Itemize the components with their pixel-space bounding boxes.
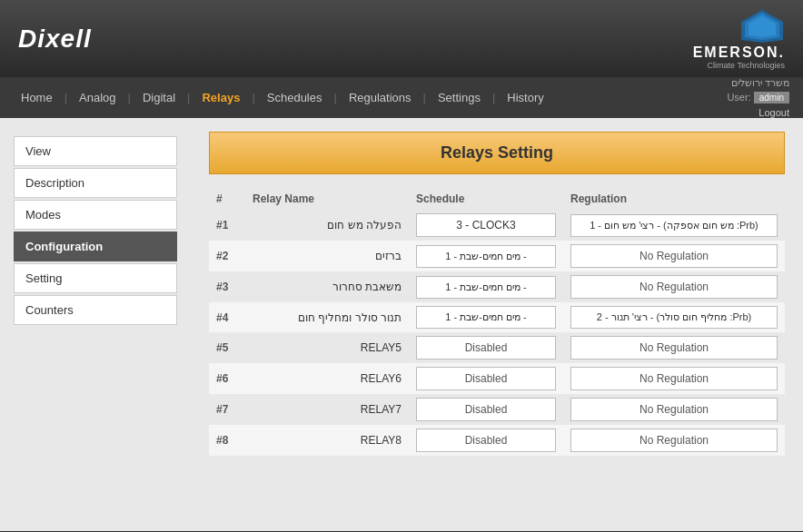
relay-table: # Relay Name Schedule Regulation #1הפעלה… xyxy=(209,188,785,456)
relay-schedule[interactable]: Disabled xyxy=(409,363,563,394)
main-area: View Description Modes Configuration Set… xyxy=(0,118,803,531)
table-row: #2ברזים1 - מים חמים-שבת -No Regulation xyxy=(209,241,785,271)
col-header-regulation: Regulation xyxy=(563,188,785,210)
emerson-logo: EMERSON. Climate Technologies xyxy=(693,8,785,70)
sidebar-item-configuration[interactable]: Configuration xyxy=(14,232,177,261)
relay-name: RELAY6 xyxy=(245,363,409,394)
nav-regulations[interactable]: Regulations xyxy=(342,87,419,108)
relay-schedule[interactable]: Disabled xyxy=(409,425,563,456)
relay-regulation[interactable]: No Regulation xyxy=(563,332,785,363)
relay-name: משאבת סחרור xyxy=(245,271,409,302)
navigation: Home | Analog | Digital | Relays | Sched… xyxy=(0,77,803,118)
page-title: Relays Setting xyxy=(209,132,785,174)
dixell-logo: Dixell xyxy=(18,25,92,54)
relay-regulation[interactable]: No Regulation xyxy=(563,425,785,456)
nav-history[interactable]: History xyxy=(500,87,550,108)
nav-digital[interactable]: Digital xyxy=(135,87,183,108)
relay-regulation[interactable]: 2 - רצי' תנור - (מחליף חום סולר :Prb) xyxy=(563,302,785,332)
relay-name: RELAY7 xyxy=(245,394,409,425)
logout-link[interactable]: Logout xyxy=(758,107,789,118)
relay-regulation[interactable]: No Regulation xyxy=(563,394,785,425)
table-row: #7RELAY7DisabledNo Regulation xyxy=(209,394,785,425)
sidebar: View Description Modes Configuration Set… xyxy=(0,118,191,531)
table-row: #5RELAY5DisabledNo Regulation xyxy=(209,332,785,363)
relay-number: #4 xyxy=(209,302,245,332)
relay-number: #7 xyxy=(209,394,245,425)
nav-user-info: משרד ירושלים User: admin Logout xyxy=(727,75,789,121)
relay-schedule[interactable]: 1 - מים חמים-שבת - xyxy=(409,241,563,271)
emerson-name: EMERSON. xyxy=(693,44,785,61)
col-header-relay-name: Relay Name xyxy=(245,188,409,210)
col-header-number: # xyxy=(209,188,245,210)
relay-name: ברזים xyxy=(245,241,409,271)
emerson-sub: Climate Technologies xyxy=(693,61,785,70)
relay-name: RELAY8 xyxy=(245,425,409,456)
nav-links: Home | Analog | Digital | Relays | Sched… xyxy=(14,87,551,108)
nav-schedules[interactable]: Schedules xyxy=(260,87,330,108)
nav-relays[interactable]: Relays xyxy=(194,87,247,108)
sidebar-item-view[interactable]: View xyxy=(14,136,177,166)
relay-regulation[interactable]: No Regulation xyxy=(563,241,785,271)
relay-regulation[interactable]: No Regulation xyxy=(563,271,785,302)
table-row: #1הפעלה מש חום3 - CLOCK31 - רצי' מש חום … xyxy=(209,210,785,241)
relay-number: #8 xyxy=(209,425,245,456)
emerson-emblem-icon xyxy=(739,8,785,44)
table-row: #8RELAY8DisabledNo Regulation xyxy=(209,425,785,456)
relay-number: #2 xyxy=(209,241,245,271)
relay-schedule[interactable]: 1 - מים חמים-שבת - xyxy=(409,302,563,332)
relay-name: הפעלה מש חום xyxy=(245,210,409,241)
nav-settings[interactable]: Settings xyxy=(431,87,488,108)
sidebar-item-description[interactable]: Description xyxy=(14,168,177,198)
relay-number: #6 xyxy=(209,363,245,394)
table-row: #3משאבת סחרור1 - מים חמים-שבת -No Regula… xyxy=(209,271,785,302)
relay-number: #3 xyxy=(209,271,245,302)
nav-analog[interactable]: Analog xyxy=(72,87,123,108)
relay-regulation[interactable]: 1 - רצי' מש חום - (מש חום אספקה :Prb) xyxy=(563,210,785,241)
relay-regulation[interactable]: No Regulation xyxy=(563,363,785,394)
user-label: User: admin xyxy=(727,90,789,105)
sidebar-item-modes[interactable]: Modes xyxy=(14,200,177,230)
relay-number: #1 xyxy=(209,210,245,241)
table-row: #4תנור סולר ומחליף חום1 - מים חמים-שבת -… xyxy=(209,302,785,332)
header: Dixell EMERSON. Climate Technologies xyxy=(0,0,803,77)
relay-name: תנור סולר ומחליף חום xyxy=(245,302,409,332)
username: admin xyxy=(754,92,789,103)
relay-schedule[interactable]: Disabled xyxy=(409,394,563,425)
content-area: Relays Setting # Relay Name Schedule Reg… xyxy=(191,118,803,531)
sidebar-item-setting[interactable]: Setting xyxy=(14,263,177,293)
relay-schedule[interactable]: Disabled xyxy=(409,332,563,363)
nav-home[interactable]: Home xyxy=(14,87,60,108)
relay-schedule[interactable]: 1 - מים חמים-שבת - xyxy=(409,271,563,302)
table-row: #6RELAY6DisabledNo Regulation xyxy=(209,363,785,394)
user-location: משרד ירושלים xyxy=(727,75,789,91)
col-header-schedule: Schedule xyxy=(409,188,563,210)
sidebar-item-counters[interactable]: Counters xyxy=(14,295,177,325)
relay-name: RELAY5 xyxy=(245,332,409,363)
relay-number: #5 xyxy=(209,332,245,363)
relay-schedule[interactable]: 3 - CLOCK3 xyxy=(409,210,563,241)
